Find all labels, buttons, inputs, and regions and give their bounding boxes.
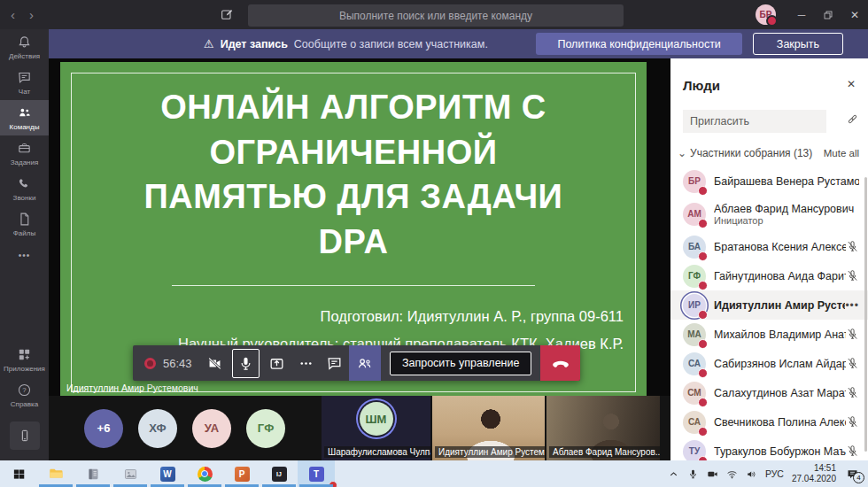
participant-row[interactable]: СМ Салахутдинов Азат Марато... [670,378,868,407]
system-tray: РУС 14:51 27.04.2020 4 [668,463,863,485]
rail-item-teams[interactable]: Команды [0,100,49,135]
avatar: ИР [683,294,706,317]
invite-input[interactable] [683,110,826,133]
tray-speaker-icon[interactable] [746,468,757,480]
copy-link-icon[interactable] [846,112,859,126]
nav-back-icon[interactable]: ‹ [11,8,15,21]
taskbar-app-photos[interactable] [112,460,149,487]
recording-banner: ⚠ Идет запись Сообщите о записи всем уча… [49,29,868,58]
slide-author-line: Подготовил: Идиятуллин А. Р., группа 09-… [321,308,624,325]
mobile-app-button[interactable] [10,421,40,450]
new-chat-icon[interactable] [220,7,234,21]
rail-item-calls[interactable]: Звонки [0,171,49,206]
minimize-button[interactable]: ─ [788,0,815,29]
hangup-button[interactable] [540,345,580,381]
people-panel-close-icon[interactable]: ✕ [847,78,856,90]
restore-button[interactable] [815,0,841,29]
tray-mic-icon[interactable] [687,468,699,480]
tray-wifi-icon[interactable] [726,468,738,480]
rail-item-assignments[interactable]: Задания [0,135,49,171]
avatar: СА [683,411,706,434]
taskbar-app-teams[interactable]: T [298,460,335,487]
participant-row[interactable]: БР Байрашева Венера Рустамовна [670,166,868,196]
video-tile-name: Идиятуллин Амир Рустем... [435,446,545,458]
share-button[interactable] [262,345,291,381]
presence-busy-dot [766,15,778,27]
rail-more-icon[interactable]: ••• [19,242,31,269]
participant-bubble[interactable]: УА [192,409,231,448]
taskbar-app-powerpoint[interactable]: P [223,460,260,487]
onenote-icon [86,467,101,482]
banner-close-button[interactable]: Закрыть [753,33,843,55]
presence-busy-dot [698,398,708,407]
mic-button[interactable] [232,349,260,378]
participant-row[interactable]: ТУ Туракулов Бобуржон Маър... [670,437,868,460]
camera-off-button[interactable] [201,345,230,381]
share-icon [268,355,285,372]
participant-row[interactable]: ГФ Гайнутдинова Аида Фарито... [670,261,868,290]
overflow-participants-badge[interactable]: +6 [84,409,123,448]
video-strip: +6 ХФ УА ГФ ШМ Шарафулисламова Чулпа... … [49,396,670,460]
tray-time: 14:51 [814,463,836,473]
participant-name: Сабирзянов Ислам Айдаро... [714,358,846,370]
avatar: АМ [683,203,706,226]
taskbar-app-intellij[interactable]: IJ [260,460,298,487]
mute-all-button[interactable]: Mute all [824,148,859,158]
clock[interactable]: 14:51 27.04.2020 [792,463,836,485]
language-indicator[interactable]: РУС [765,468,784,479]
privacy-policy-button[interactable]: Политика конфиденциальности [536,33,741,55]
mic-muted-icon [846,444,859,458]
taskbar-app-word[interactable]: W [149,460,186,487]
participant-row[interactable]: БА Братанова Ксения Алексее... [670,232,868,261]
video-tile[interactable]: ШМ Шарафулисламова Чулпа... [322,396,430,460]
rail-item-files[interactable]: Файлы [0,206,49,242]
tray-camera-icon[interactable] [707,468,718,480]
tray-chevron-up-icon[interactable] [668,468,679,480]
nav-forward-icon[interactable]: › [29,8,34,21]
mic-muted-icon [846,328,859,341]
video-tile[interactable]: Аблаев Фарид Мансуров... [546,396,660,460]
participant-name: Туракулов Бобуржон Маър... [714,445,846,458]
user-avatar[interactable]: БР [756,4,776,25]
participant-row-selected[interactable]: ИР Идиятуллин Амир Рустемо... ••• [670,290,868,320]
presence-busy-dot [698,368,708,378]
start-button[interactable] [0,460,37,487]
taskbar-app-explorer[interactable] [37,460,74,487]
search-input[interactable] [248,4,624,27]
panel-scrollbar[interactable] [864,177,867,452]
mic-icon [237,355,254,372]
recording-title: Идет запись [221,38,288,50]
rail-item-apps[interactable]: Приложения [0,342,49,377]
rail-item-help[interactable]: ? Справка [0,377,49,413]
people-toggle-button[interactable] [349,345,381,381]
presence-busy-dot [698,186,708,196]
participant-bubble[interactable]: ХФ [138,409,177,448]
rail-item-chat[interactable]: Чат [0,65,49,100]
screen-share-stage: ОНЛАЙН АЛГОРИТМ С ОГРАНИЧЕННОЙ ПАМЯТЬЮ Д… [49,58,670,460]
video-tile[interactable]: Идиятуллин Амир Рустем... [432,396,545,460]
chat-toggle-button[interactable] [320,345,349,381]
participant-row[interactable]: МА Михайлов Владимир Анато... [670,320,868,349]
action-center-button[interactable]: 4 [846,468,859,481]
participant-bubble[interactable]: ГФ [246,409,285,448]
rail-item-activity[interactable]: Действия [0,29,49,65]
collapse-chevron-icon[interactable]: ⌄ [678,147,686,159]
teams-meeting-window: ‹ › БР ─ ✕ ⚠ Идет запись Сообщите о запи… [0,0,868,487]
participant-name: Байрашева Венера Рустамовна [714,175,859,188]
meeting-control-bar: 56:43 Запросить управление [133,345,580,381]
participant-row[interactable]: СА Свечникова Полина Алекс... [670,407,868,437]
mic-muted-icon [846,386,859,399]
more-options-button[interactable] [291,345,321,381]
taskbar-app-chrome[interactable] [186,460,223,487]
participant-row[interactable]: АМ Аблаев Фарид Мансурович Инициатор [670,196,868,232]
participant-name: Идиятуллин Амир Рустемо... [714,299,845,312]
taskbar-app-onenote[interactable] [74,460,112,487]
avatar: БР [683,170,706,193]
close-button[interactable]: ✕ [841,0,868,29]
request-control-button[interactable]: Запросить управление [390,352,531,375]
participant-menu-icon[interactable]: ••• [845,299,859,312]
people-icon [356,355,373,372]
phone-icon [17,176,32,191]
participant-name: Салахутдинов Азат Марато... [714,387,846,399]
participant-row[interactable]: СА Сабирзянов Ислам Айдаро... [670,349,868,378]
